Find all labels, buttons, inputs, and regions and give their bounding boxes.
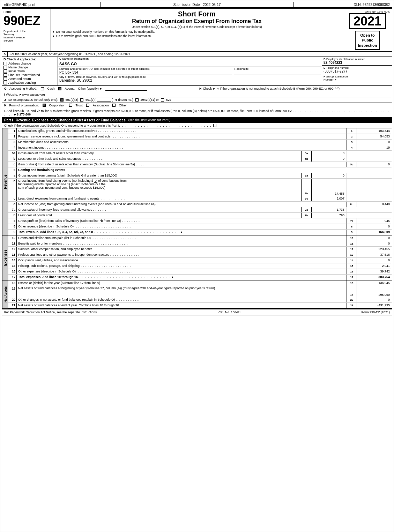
row-17: 17 Total expenses. Add lines 10 through … bbox=[8, 275, 392, 280]
row-10-desc: Grants and similar amounts paid (list in… bbox=[17, 235, 347, 241]
row-7b-spacer bbox=[347, 213, 357, 218]
name-change-label: Name change bbox=[8, 66, 28, 69]
row-8-num: 8 bbox=[8, 224, 17, 229]
c527-checkbox[interactable] bbox=[161, 98, 164, 102]
title-col: Short Form Return of Organization Exempt… bbox=[51, 9, 343, 51]
section-h: H Check ► ○ if the organization is not r… bbox=[197, 86, 392, 92]
section-f: F Group Exemption Number ► bbox=[322, 74, 392, 82]
dln: DLN: 93492136090382 bbox=[293, 2, 392, 7]
row-3: 3 Membership dues and assessments . . . … bbox=[8, 140, 392, 145]
row-13: 13 Professional fees and other payments … bbox=[8, 252, 392, 258]
row-15-amount: 2,941 bbox=[357, 263, 392, 269]
section-a-label: A bbox=[2, 52, 8, 57]
part-i-check[interactable] bbox=[213, 124, 216, 127]
initial-return-label: Initial return bbox=[8, 69, 25, 73]
row-5b-empty bbox=[357, 156, 392, 162]
net-assets-label: Net Assets bbox=[2, 280, 8, 308]
address-row: Number and street (or P. O. box, if mail… bbox=[58, 67, 322, 75]
application-pending-checkbox[interactable] bbox=[3, 81, 7, 84]
corp-checkbox[interactable] bbox=[43, 104, 46, 107]
row-7a-num: 7a bbox=[8, 207, 17, 212]
revenue-rows: 1 Contributions, gifts, grants, and simi… bbox=[8, 128, 392, 235]
row-1-desc: Contributions, gifts, grants, and simila… bbox=[17, 128, 347, 134]
section-b: B Check if applicable: Address change Na… bbox=[2, 57, 58, 85]
k-label: K bbox=[4, 104, 7, 107]
row-17-amount: 303,754 bbox=[357, 275, 392, 280]
row-9-num: 9 bbox=[8, 230, 17, 235]
row-17-desc: Total expenses. Add lines 10 through 16 … bbox=[17, 275, 347, 280]
row-5b-num: b bbox=[8, 156, 17, 162]
row-6b-spacer bbox=[347, 179, 357, 196]
row-18: 18 Excess or (deficit) for the year (Sub… bbox=[8, 280, 392, 286]
row-6b-num: b bbox=[8, 179, 17, 196]
section-gh: G Accounting Method: Cash Accrual Other … bbox=[2, 86, 392, 92]
amended-return-label: Amended return bbox=[8, 77, 31, 81]
row-6b-amount: 14,455 bbox=[312, 179, 347, 196]
row-2: 2 Program service revenue including gove… bbox=[8, 134, 392, 140]
assoc-checkbox[interactable] bbox=[86, 104, 89, 107]
row-18-desc: Excess or (deficit) for the year (Subtra… bbox=[17, 280, 347, 286]
row-5b-mid-val: 0 bbox=[312, 156, 347, 162]
row-12-amount: 223,455 bbox=[357, 247, 392, 252]
cc-checkbox[interactable] bbox=[80, 98, 83, 102]
initial-return-checkbox[interactable] bbox=[3, 69, 7, 73]
row-14: 14 Occupancy, rent, utilities, and maint… bbox=[8, 258, 392, 263]
trust-checkbox[interactable] bbox=[69, 104, 72, 107]
part-i-check-row: Check if the organization used Schedule … bbox=[2, 123, 392, 128]
row-7a-mid-val: 1,735 bbox=[312, 207, 347, 212]
address-change-checkbox[interactable] bbox=[3, 62, 7, 65]
row-7a-empty bbox=[357, 207, 392, 212]
section-a-text: For the 2021 calendar year, or tax year … bbox=[8, 52, 392, 57]
year-box: 2021 bbox=[349, 13, 386, 29]
c3-checkbox[interactable] bbox=[60, 98, 64, 102]
other-k-checkbox[interactable] bbox=[112, 104, 116, 107]
row-5b: b Less: cost or other basis and sales ex… bbox=[8, 156, 392, 162]
row-8-desc: Other revenue (describe in Schedule O) .… bbox=[17, 224, 347, 229]
cash-checkbox[interactable] bbox=[41, 87, 44, 90]
row-2-label: 2 bbox=[347, 134, 357, 139]
org-name-label: C Name of organization bbox=[58, 57, 322, 61]
j-label: J bbox=[4, 98, 6, 102]
amended-return-checkbox[interactable] bbox=[3, 77, 7, 81]
revenue-label: Revenue bbox=[2, 128, 8, 235]
title-main: Short Form bbox=[52, 10, 341, 18]
row-12-desc: Salaries, other compensation, and employ… bbox=[17, 247, 347, 252]
c4947-checkbox[interactable] bbox=[135, 98, 139, 102]
row-6d: d Net income or (loss) from gaming and f… bbox=[8, 202, 392, 207]
row-12: 12 Salaries, other compensation, and emp… bbox=[8, 247, 392, 252]
section-k: K Form of organization: Corporation Trus… bbox=[2, 103, 392, 108]
address-change-label: Address change bbox=[8, 62, 31, 65]
expenses-label: Expenses bbox=[2, 235, 8, 280]
row-7b: b Less: cost of goods sold . . . . . . .… bbox=[8, 213, 392, 218]
row-3-desc: Membership dues and assessments . . . . … bbox=[17, 140, 347, 145]
row-14-amount: 0 bbox=[357, 258, 392, 263]
footer: For Paperwork Reduction Act Notice, see … bbox=[2, 309, 392, 315]
footer-left: For Paperwork Reduction Act Notice, see … bbox=[4, 310, 98, 314]
application-pending-label: Application pending bbox=[8, 81, 36, 84]
address-field: Number and street (or P. O. box, if mail… bbox=[58, 67, 233, 75]
dln-text: DLN: 93492136090382 bbox=[354, 3, 390, 7]
section-i: I Website: ►www.sassgo.org bbox=[2, 92, 392, 97]
row-6-num: 6 bbox=[8, 167, 17, 173]
row-6c-amount: 6,007 bbox=[312, 196, 347, 201]
row-4-label: 4 bbox=[347, 145, 357, 150]
row-7c-desc: Gross profit or (loss) from sales of inv… bbox=[17, 218, 347, 224]
section-j: J Tax-exempt status (check only one): 50… bbox=[2, 97, 392, 103]
expenses-rows: 10 Grants and similar amounts paid (list… bbox=[8, 235, 392, 280]
row-7a-mid-label: 7a bbox=[301, 207, 312, 212]
open-to-public: Open to Public Inspection bbox=[355, 31, 380, 50]
room-field: Room/suite bbox=[233, 67, 322, 75]
row-7c-num: c bbox=[8, 218, 17, 224]
accrual-checkbox[interactable] bbox=[58, 87, 61, 90]
row-6c-label: 6c bbox=[301, 196, 312, 201]
row-14-desc: Occupancy, rent, utilities, and maintena… bbox=[17, 258, 347, 263]
row-7c: c Gross profit or (loss) from sales of i… bbox=[8, 218, 392, 224]
row-4-amount: 19 bbox=[357, 145, 392, 150]
row-2-desc: Program service revenue including govern… bbox=[17, 134, 347, 139]
final-return-checkbox[interactable] bbox=[3, 73, 7, 77]
name-change-checkbox[interactable] bbox=[3, 66, 7, 69]
row-11: 11 Benefits paid to or for members . . .… bbox=[8, 241, 392, 247]
row-7a-desc: Gross sales of inventory, less returns a… bbox=[17, 207, 301, 212]
form-number-col: Form 990EZ Department of the Treasury In… bbox=[2, 9, 51, 51]
title-note1: Under section 501(c), 527, or 4947(a)(1)… bbox=[52, 25, 341, 29]
